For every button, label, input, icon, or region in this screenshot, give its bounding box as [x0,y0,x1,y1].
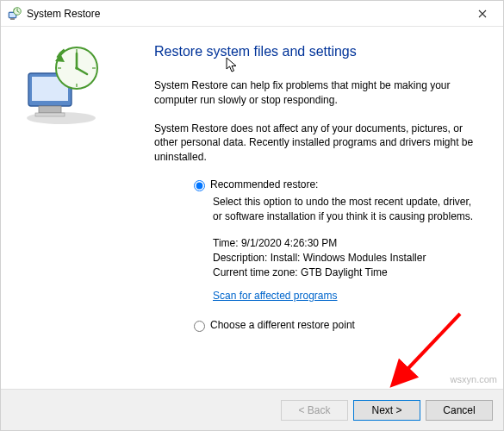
system-restore-icon [8,7,22,21]
tz-value: GTB Daylight Time [301,266,388,278]
restore-timezone-row: Current time zone: GTB Daylight Time [213,265,482,280]
content-area: Restore system files and settings System… [147,27,503,389]
cancel-button[interactable]: Cancel [426,400,493,421]
scan-affected-programs-link[interactable]: Scan for affected programs [213,289,338,303]
svg-rect-7 [39,106,61,113]
time-label: Time: [213,237,239,249]
sidebar-illustration [1,27,147,389]
back-button: < Back [281,400,348,421]
page-heading: Restore system files and settings [154,44,482,59]
intro-paragraph-2: System Restore does not affect any of yo… [154,122,482,165]
titlebar: System Restore [1,1,503,27]
different-restore-label: Choose a different restore point [210,319,355,331]
description-value: Install: Windows Modules Installer [271,252,426,264]
recommended-description: Select this option to undo the most rece… [213,195,482,224]
intro-paragraph-1: System Restore can help fix problems tha… [154,78,482,108]
different-restore-radio[interactable] [194,321,205,332]
restore-description-row: Description: Install: Windows Modules In… [213,251,482,265]
svg-rect-2 [10,18,15,20]
close-button[interactable] [463,1,501,26]
description-label: Description: [213,252,267,264]
window-title: System Restore [27,8,463,20]
restore-illustration-icon [20,42,106,128]
restore-time-row: Time: 9/1/2020 4:26:30 PM [213,236,482,251]
recommended-details: Select this option to undo the most rece… [213,195,482,303]
recommended-restore-label: Recommended restore: [210,178,318,191]
different-restore-option[interactable]: Choose a different restore point [194,319,482,332]
recommended-restore-option[interactable]: Recommended restore: [194,178,482,191]
recommended-restore-radio[interactable] [194,180,205,191]
tz-label: Current time zone: [213,266,298,278]
next-button[interactable]: Next > [353,400,420,421]
watermark: wsxyn.com [451,374,497,384]
time-value: 9/1/2020 4:26:30 PM [241,237,337,249]
dialog-body: Restore system files and settings System… [1,27,503,389]
system-restore-window: System Restore [0,0,504,431]
svg-rect-8 [35,113,65,116]
wizard-footer: < Back Next > Cancel [1,389,503,430]
